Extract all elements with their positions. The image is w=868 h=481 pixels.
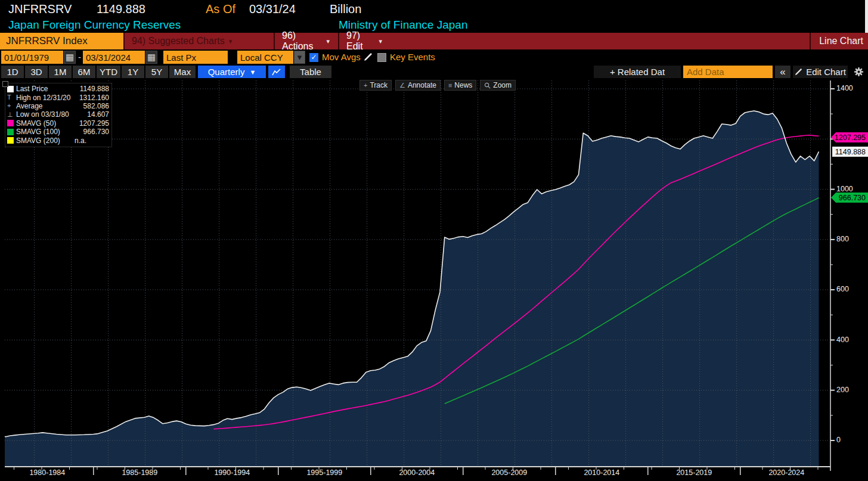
start-date-value: 01/01/1979 xyxy=(4,52,49,63)
menu-actions[interactable]: 96) Actions ▾ xyxy=(274,33,337,49)
tab-ytd[interactable]: YTD xyxy=(97,66,120,78)
tab-6m[interactable]: 6M xyxy=(73,66,95,78)
security-header-row: JNFRRSRV 1149.888 As Of 03/31/24 Billion xyxy=(0,0,868,18)
frequency-value: Quarterly xyxy=(208,67,245,77)
svg-text:1980-1984: 1980-1984 xyxy=(29,468,65,477)
series-swatch-icon xyxy=(7,120,16,126)
svg-text:2005-2009: 2005-2009 xyxy=(491,468,527,477)
tab-3d[interactable]: 3D xyxy=(25,66,48,78)
legend-row[interactable]: +Average582.086 xyxy=(7,102,109,110)
chart-type-button[interactable] xyxy=(268,66,285,78)
legend-row[interactable]: ⊥Low on 03/31/8014.607 xyxy=(7,110,109,119)
annotate-label: Annotate xyxy=(408,81,436,89)
gear-icon xyxy=(854,67,864,77)
tab-5y[interactable]: 5Y xyxy=(145,66,168,78)
track-label: Track xyxy=(370,81,388,89)
currency-select[interactable]: Local CCY xyxy=(237,51,293,64)
tab-1y[interactable]: 1Y xyxy=(122,66,144,78)
menu-edit-label: 97) Edit xyxy=(346,30,374,52)
collapse-panel-button[interactable]: « xyxy=(775,66,790,78)
chevron-down-icon: ▾ xyxy=(326,38,330,45)
tab-label: 1M xyxy=(54,67,67,77)
svg-text:2015-2019: 2015-2019 xyxy=(676,468,712,477)
tab-1d[interactable]: 1D xyxy=(1,66,24,78)
marker-icon: + xyxy=(7,103,16,109)
svg-text:2010-2014: 2010-2014 xyxy=(584,468,619,477)
currency-value: Local CCY xyxy=(240,52,283,63)
frequency-select[interactable]: Quarterly ▼ xyxy=(198,66,266,78)
check-icon: ✓ xyxy=(311,53,317,61)
annotate-button[interactable]: ∠ Annotate xyxy=(395,80,441,91)
svg-text:1990-1994: 1990-1994 xyxy=(214,468,250,477)
legend-row[interactable]: THigh on 12/31/201312.160 xyxy=(7,93,109,101)
legend-value: 1312.160 xyxy=(75,94,109,102)
tab-label: YTD xyxy=(100,67,117,77)
security-name: Japan Foreign Currency Reserves xyxy=(8,18,181,32)
news-button[interactable]: ≡ News xyxy=(444,80,476,91)
security-tab-label: JNFRRSRV Index xyxy=(6,35,88,47)
zoom-button[interactable]: Zoom xyxy=(480,80,516,91)
price-field-select[interactable]: Last Px xyxy=(163,51,228,64)
svg-text:1000: 1000 xyxy=(836,185,853,193)
start-date-input[interactable]: 01/01/1979 xyxy=(1,51,63,64)
menu-suggested-charts[interactable]: 94) Suggested Charts ▾ xyxy=(123,33,272,49)
key-events-label: Key Events xyxy=(390,52,435,62)
price-badge: 1149.888 xyxy=(832,147,868,157)
calendar-glyph: ▦ xyxy=(147,52,156,63)
track-button[interactable]: + Track xyxy=(359,80,392,91)
security-subheader-row: Japan Foreign Currency Reserves Ministry… xyxy=(0,18,868,33)
tab-label: 5Y xyxy=(151,67,162,77)
line-chart-icon xyxy=(272,68,281,76)
legend-value: 1207.295 xyxy=(75,119,109,128)
period-bar: 1D 3D 1M 6M YTD 1Y 5Y Max Quarterly ▼ Ta… xyxy=(0,66,868,79)
zoom-label: Zoom xyxy=(493,81,512,89)
svg-text:1985-1989: 1985-1989 xyxy=(122,468,157,477)
chevron-down-icon: ▼ xyxy=(249,69,256,76)
menu-edit[interactable]: 97) Edit ▾ xyxy=(338,33,389,49)
chart-legend[interactable]: Last Price1149.888THigh on 12/31/201312.… xyxy=(5,83,112,147)
ticker: JNFRRSRV xyxy=(8,2,72,16)
legend-row[interactable]: SMAVG (50)1207.295 xyxy=(7,119,109,128)
end-date-value: 03/31/2024 xyxy=(86,52,131,63)
table-button-label: Table xyxy=(300,67,321,77)
mov-avgs-label: Mov Avgs xyxy=(322,52,361,62)
pencil-icon[interactable] xyxy=(364,52,373,63)
end-date-input[interactable]: 03/31/2024 xyxy=(83,51,145,64)
tab-label: Max xyxy=(174,67,191,77)
price-field-value: Last Px xyxy=(166,52,196,63)
pencil-icon xyxy=(795,68,802,76)
edit-chart-label: Edit Chart xyxy=(806,67,846,77)
table-button[interactable]: Table xyxy=(290,66,331,78)
svg-text:2000-2004: 2000-2004 xyxy=(399,468,435,477)
calendar-icon[interactable]: ▦ xyxy=(145,51,157,64)
add-data-input[interactable] xyxy=(683,66,773,78)
as-of-date: 03/31/24 xyxy=(249,2,296,16)
tab-1m[interactable]: 1M xyxy=(49,66,72,78)
related-data-button[interactable]: + Related Dat xyxy=(594,66,681,78)
edit-chart-button[interactable]: Edit Chart xyxy=(793,66,848,78)
calendar-icon[interactable]: ▦ xyxy=(64,51,76,64)
tab-label: 6M xyxy=(78,67,91,77)
svg-text:600: 600 xyxy=(836,285,849,293)
legend-row[interactable]: Last Price1149.888 xyxy=(7,85,109,93)
legend-label: High on 12/31/20 xyxy=(16,94,75,102)
svg-text:2020-2024: 2020-2024 xyxy=(768,468,804,477)
legend-row[interactable]: SMAVG (200)n.a. xyxy=(7,136,109,144)
mov-avgs-checkbox[interactable]: ✓ xyxy=(309,53,318,62)
legend-row[interactable]: SMAVG (100)966.730 xyxy=(7,128,109,136)
series-swatch-icon xyxy=(7,137,16,144)
chart-settings-button[interactable] xyxy=(851,66,866,78)
menu-actions-label: 96) Actions xyxy=(282,30,322,52)
tab-label: 3D xyxy=(30,67,42,77)
tab-max[interactable]: Max xyxy=(169,66,196,78)
header-last-price: 1149.888 xyxy=(97,2,145,16)
date-range-dash: - xyxy=(78,52,81,62)
price-badge: 966.730 xyxy=(831,193,868,203)
currency-dropdown-button[interactable]: ▾ xyxy=(294,51,305,64)
key-events-checkbox[interactable] xyxy=(377,53,386,62)
legend-collapse-icon[interactable] xyxy=(2,81,8,87)
legend-label: Low on 03/31/80 xyxy=(16,110,75,119)
legend-label: SMAVG (50) xyxy=(16,119,75,128)
security-tab[interactable]: JNFRRSRV Index xyxy=(0,33,123,49)
related-data-label: + Related Dat xyxy=(610,67,665,77)
